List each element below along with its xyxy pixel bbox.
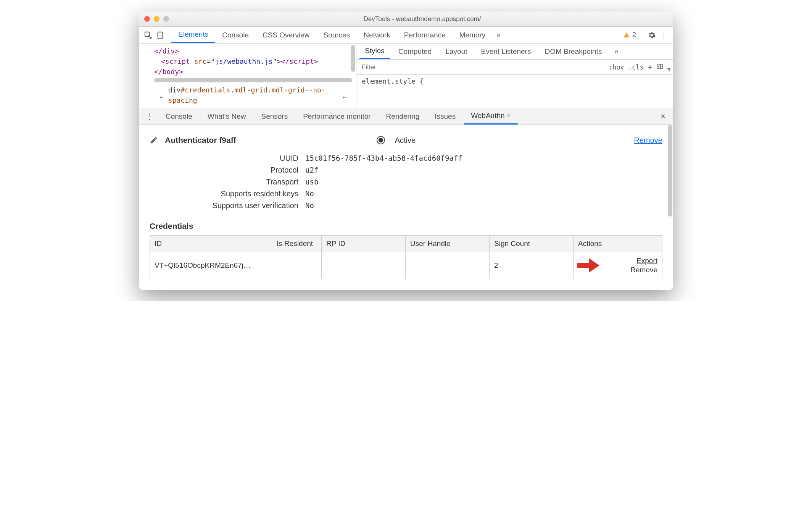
drawer-tab-whatsnew[interactable]: What's New <box>201 108 253 125</box>
drawer-tab-rendering[interactable]: Rendering <box>379 108 427 125</box>
devtools-window: DevTools - webauthndemo.appspot.com/ Ele… <box>139 11 673 290</box>
cell-userhandle <box>406 252 490 279</box>
tab-dom-breakpoints[interactable]: DOM Breakpoints <box>539 44 607 59</box>
minimize-window-icon[interactable] <box>154 16 160 22</box>
breadcrumb-suffix: … <box>343 90 347 100</box>
device-toggle-icon[interactable] <box>154 29 166 41</box>
breadcrumb-prefix: … <box>160 90 164 100</box>
more-tabs-icon[interactable]: » <box>610 45 622 58</box>
tab-network[interactable]: Network <box>357 27 397 43</box>
code: =" <box>206 57 215 65</box>
new-style-rule-icon[interactable]: + <box>648 62 652 72</box>
prop-value: u2f <box>305 166 318 175</box>
drawer-tab-webauthn[interactable]: WebAuthn× <box>464 108 517 125</box>
credentials-table: ID Is Resident RP ID User Handle Sign Co… <box>150 235 662 279</box>
credentials-heading: Credentials <box>150 222 662 231</box>
resize-handle-icon[interactable] <box>667 66 672 71</box>
kebab-menu-icon[interactable]: ⋮ <box>658 29 670 41</box>
drawer-tab-console[interactable]: Console <box>159 108 199 125</box>
warning-count-number: 2 <box>632 31 636 39</box>
tab-event-listeners[interactable]: Event Listeners <box>475 44 536 59</box>
traffic-lights <box>144 16 169 22</box>
cell-actions: Export Remove <box>574 252 662 279</box>
cell-signcount: 2 <box>490 252 574 279</box>
drawer-tab-sensors[interactable]: Sensors <box>254 108 295 125</box>
scrollbar-vertical[interactable] <box>351 45 355 72</box>
hov-toggle[interactable]: :hov <box>609 63 624 71</box>
close-window-icon[interactable] <box>144 16 150 22</box>
drawer-menu-icon[interactable]: ⋮ <box>142 112 157 121</box>
breadcrumb-selected[interactable]: div#credentials.mdl-grid.mdl-grid--no-sp… <box>168 85 338 105</box>
authenticator-props: UUID15c01f56-785f-43b4-ab58-4facd60f9aff… <box>188 154 662 210</box>
styles-pane: Styles Computed Layout Event Listeners D… <box>356 44 673 108</box>
drawer-tab-perfmon[interactable]: Performance monitor <box>296 108 377 125</box>
authenticator-header: Authenticator f9aff Active Remove <box>150 136 662 145</box>
bc-tag: div <box>168 86 181 94</box>
code: > <box>175 47 179 55</box>
col-resident: Is Resident <box>272 236 322 252</box>
tab-elements[interactable]: Elements <box>171 27 215 43</box>
drawer-tab-label: WebAuthn <box>471 112 504 120</box>
edit-icon[interactable] <box>150 136 158 144</box>
table-row: VT+Ql516ObcpKRM2En67j… 2 Export Remove <box>150 252 662 279</box>
prop-key: UUID <box>188 154 298 163</box>
code: < <box>161 57 165 65</box>
close-tab-icon[interactable]: × <box>507 112 511 120</box>
tab-memory[interactable]: Memory <box>453 27 493 43</box>
col-actions: Actions <box>574 236 662 252</box>
cell-rpid <box>322 252 406 279</box>
col-id: ID <box>150 236 272 252</box>
drawer-tabs: ⋮ Console What's New Sensors Performance… <box>139 108 673 125</box>
styles-tabs: Styles Computed Layout Event Listeners D… <box>356 44 673 60</box>
col-rpid: RP ID <box>322 236 406 252</box>
col-signcount: Sign Count <box>490 236 574 252</box>
arrow-annotation-icon <box>577 256 600 275</box>
code: </ <box>154 68 163 76</box>
tab-styles[interactable]: Styles <box>359 44 390 59</box>
scrollbar-horizontal[interactable] <box>154 78 352 82</box>
code: </ <box>154 47 163 55</box>
code: script <box>289 57 314 65</box>
active-label: Active <box>395 136 416 145</box>
titlebar: DevTools - webauthndemo.appspot.com/ <box>139 11 673 27</box>
inspect-icon[interactable] <box>142 29 154 41</box>
toggle-sidebar-icon[interactable] <box>656 63 663 71</box>
prop-value: No <box>305 201 314 210</box>
prop-value: 15c01f56-785f-43b4-ab58-4facd60f9aff <box>305 154 462 163</box>
code: src <box>190 57 206 65</box>
drawer-tab-issues[interactable]: Issues <box>428 108 462 125</box>
prop-key: Supports user verification <box>188 201 298 210</box>
close-drawer-icon[interactable]: × <box>656 112 670 121</box>
more-tabs-icon[interactable]: » <box>492 29 504 41</box>
remove-authenticator-link[interactable]: Remove <box>634 136 662 145</box>
svg-rect-1 <box>158 32 163 38</box>
tab-performance[interactable]: Performance <box>397 27 453 43</box>
tab-sources[interactable]: Sources <box>316 27 357 43</box>
code: div <box>163 47 175 55</box>
breadcrumb[interactable]: … div#credentials.mdl-grid.mdl-grid--no-… <box>154 82 352 108</box>
cell-id: VT+Ql516ObcpKRM2En67j… <box>150 252 272 279</box>
tab-css-overview[interactable]: CSS Overview <box>256 27 317 43</box>
authenticator-name: Authenticator f9aff <box>165 136 236 145</box>
active-radio[interactable] <box>377 136 385 144</box>
element-style-block[interactable]: element.style { <box>356 75 673 87</box>
warning-count[interactable]: 2 <box>623 31 636 39</box>
maximize-window-icon[interactable] <box>163 16 169 22</box>
prop-value: No <box>305 189 314 198</box>
bc-id: #credentials <box>180 86 230 94</box>
tab-computed[interactable]: Computed <box>393 44 437 59</box>
prop-value: usb <box>305 178 318 186</box>
cls-toggle[interactable]: .cls <box>628 63 644 71</box>
styles-filter-input[interactable] <box>356 60 605 74</box>
elements-split: </div> <script src="js/webauthn.js"></sc… <box>139 44 673 108</box>
code: > <box>314 57 318 65</box>
tab-layout[interactable]: Layout <box>440 44 472 59</box>
scrollbar-vertical[interactable] <box>668 125 672 217</box>
tab-console[interactable]: Console <box>215 27 256 43</box>
col-userhandle: User Handle <box>406 236 490 252</box>
code: js/webauthn.js <box>215 57 273 65</box>
settings-icon[interactable] <box>646 29 658 41</box>
code: body <box>163 68 179 76</box>
code: "> <box>273 57 281 65</box>
dom-tree[interactable]: </div> <script src="js/webauthn.js"></sc… <box>139 44 356 108</box>
